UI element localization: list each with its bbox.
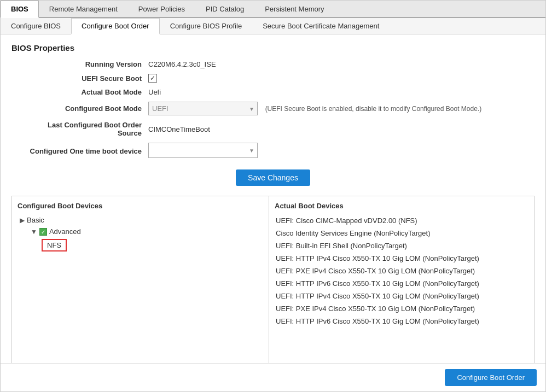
actual-device-1: Cisco Identity Services Engine (NonPolic… xyxy=(275,227,528,239)
configured-boot-devices-panel: Configured Boot Devices ▶ Basic ▼ ✓ Adva… xyxy=(12,196,269,381)
actual-device-4: UEFI: PXE IPv4 Cisco X550-TX 10 Gig LOM … xyxy=(275,265,528,277)
nfs-label[interactable]: NFS xyxy=(42,239,67,251)
basic-label: Basic xyxy=(27,216,44,224)
one-time-boot-dropdown[interactable] xyxy=(148,143,258,158)
advanced-group[interactable]: ▼ ✓ Advanced xyxy=(28,226,263,237)
last-configured-row: Last Configured Boot Order Source CIMCOn… xyxy=(22,121,535,137)
configured-boot-mode-note: (UEFI Secure Boot is enabled, disable it… xyxy=(265,105,482,113)
last-configured-value: CIMCOneTimeBoot xyxy=(148,125,210,133)
tab-remote-management[interactable]: Remote Management xyxy=(39,1,128,17)
actual-device-6: UEFI: HTTP IPv4 Cisco X550-TX 10 Gig LOM… xyxy=(275,290,528,302)
sub-tab-configure-bios-profile[interactable]: Configure BIOS Profile xyxy=(160,18,253,34)
actual-device-7: UEFI: PXE IPv4 Cisco X550-TX 10 Gig LOM … xyxy=(275,302,528,315)
configured-boot-mode-label: Configured Boot Mode xyxy=(22,104,148,113)
one-time-boot-select-wrapper xyxy=(148,143,258,160)
running-version-label: Running Version xyxy=(22,60,148,68)
sub-tab-configure-boot-order[interactable]: Configure Boot Order xyxy=(71,18,160,34)
one-time-boot-label: Configured One time boot device xyxy=(22,147,148,155)
top-tab-bar: BIOS Remote Management Power Policies PI… xyxy=(1,1,545,18)
actual-boot-mode-row: Actual Boot Mode Uefi xyxy=(22,88,535,96)
uefi-secure-boot-checkbox[interactable]: ✓ xyxy=(148,74,157,83)
advanced-label: Advanced xyxy=(49,227,81,236)
actual-device-2: UEFI: Built-in EFI Shell (NonPolicyTarge… xyxy=(275,239,528,252)
nfs-item-row[interactable]: NFS xyxy=(39,237,263,253)
main-content: BIOS Properties Running Version C220M6.4… xyxy=(1,34,545,390)
actual-device-5: UEFI: HTTP IPv6 Cisco X550-TX 10 Gig LOM… xyxy=(275,277,528,290)
sub-tab-bar: Configure BIOS Configure Boot Order Conf… xyxy=(1,18,545,34)
running-version-value: C220M6.4.2.3c0_ISE xyxy=(148,60,216,68)
boot-panels: Configured Boot Devices ▶ Basic ▼ ✓ Adva… xyxy=(11,196,535,382)
bottom-bar: Configure Boot Order xyxy=(1,363,545,391)
actual-device-3: UEFI: HTTP IPv4 Cisco X550-TX 10 Gig LOM… xyxy=(275,252,528,265)
configured-boot-mode-select-wrapper: UEFI (UEFI Secure Boot is enabled, disab… xyxy=(148,102,481,115)
actual-boot-devices-panel: Actual Boot Devices UEFI: Cisco CIMC-Map… xyxy=(269,196,534,381)
last-configured-label: Last Configured Boot Order Source xyxy=(22,121,148,137)
sub-tab-secure-boot[interactable]: Secure Boot Certificate Management xyxy=(252,18,390,34)
section-title: BIOS Properties xyxy=(11,43,535,52)
configured-boot-mode-dropdown[interactable]: UEFI xyxy=(148,102,258,115)
actual-boot-devices-title: Actual Boot Devices xyxy=(275,202,528,210)
configured-boot-devices-title: Configured Boot Devices xyxy=(18,202,263,210)
tab-bios[interactable]: BIOS xyxy=(1,1,39,18)
checkbox-checked-icon[interactable]: ✓ xyxy=(148,74,157,83)
configured-boot-mode-value: UEFI xyxy=(148,102,258,115)
basic-group[interactable]: ▶ Basic xyxy=(18,214,263,226)
tab-persistent-memory[interactable]: Persistent Memory xyxy=(254,1,334,17)
main-container: BIOS Remote Management Power Policies PI… xyxy=(0,0,546,392)
save-changes-container: Save Changes xyxy=(11,169,535,186)
bios-properties-form: Running Version C220M6.4.2.3c0_ISE UEFI … xyxy=(22,60,535,160)
advanced-check-icon: ✓ xyxy=(39,228,47,236)
actual-boot-mode-value: Uefi xyxy=(148,88,161,96)
tab-pid-catalog[interactable]: PID Catalog xyxy=(195,1,254,17)
one-time-boot-value[interactable] xyxy=(148,143,258,158)
configure-boot-order-button[interactable]: Configure Boot Order xyxy=(445,369,537,386)
sub-tab-configure-bios[interactable]: Configure BIOS xyxy=(1,18,71,34)
actual-boot-mode-label: Actual Boot Mode xyxy=(22,88,148,96)
configured-boot-mode-row: Configured Boot Mode UEFI (UEFI Secure B… xyxy=(22,102,535,115)
advanced-toggle-icon[interactable]: ▼ xyxy=(31,228,37,236)
uefi-secure-boot-row: UEFI Secure Boot ✓ xyxy=(22,74,535,83)
save-changes-button[interactable]: Save Changes xyxy=(236,169,310,186)
uefi-secure-boot-label: UEFI Secure Boot xyxy=(22,74,148,83)
basic-toggle-icon[interactable]: ▶ xyxy=(20,217,25,224)
one-time-boot-row: Configured One time boot device xyxy=(22,143,535,160)
tab-power-policies[interactable]: Power Policies xyxy=(128,1,195,17)
actual-device-8: UEFI: HTTP IPv6 Cisco X550-TX 10 Gig LOM… xyxy=(275,315,528,327)
actual-device-0: UEFI: Cisco CIMC-Mapped vDVD2.00 (NFS) xyxy=(275,214,528,227)
running-version-row: Running Version C220M6.4.2.3c0_ISE xyxy=(22,60,535,68)
